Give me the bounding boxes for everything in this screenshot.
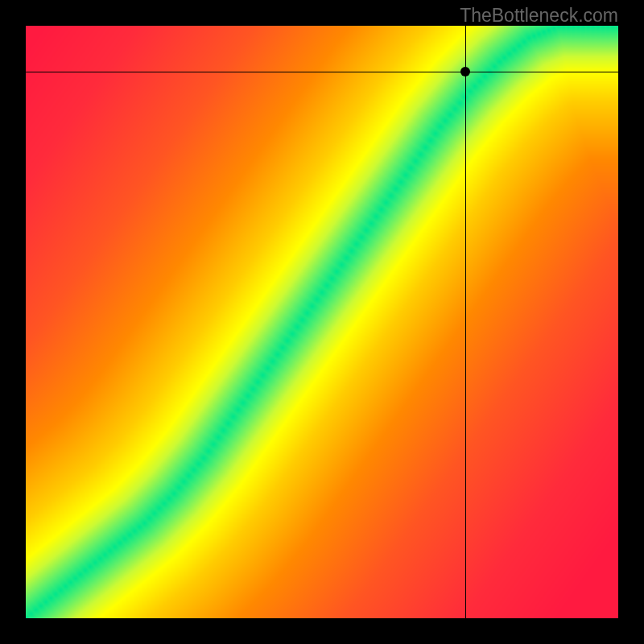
heatmap-canvas — [26, 26, 618, 618]
data-point-marker — [460, 67, 470, 76]
watermark-text: TheBottleneck.com — [460, 5, 618, 27]
crosshair-horizontal — [26, 72, 618, 72]
crosshair-vertical — [465, 26, 466, 618]
heatmap-plot — [26, 26, 618, 618]
